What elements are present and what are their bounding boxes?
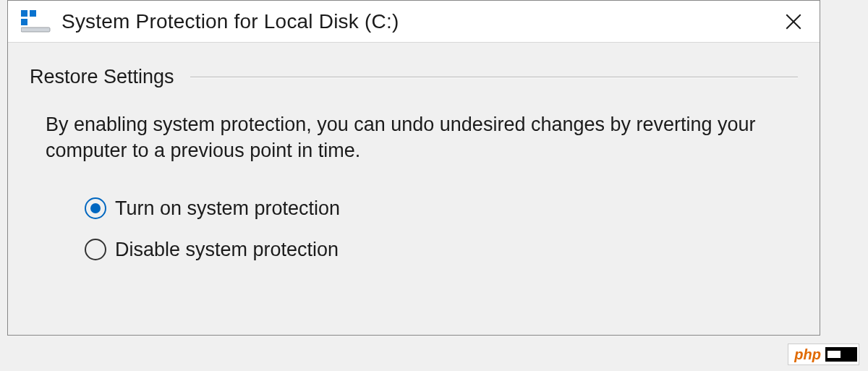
close-button[interactable] — [776, 4, 811, 39]
watermark-text: php — [790, 346, 825, 363]
system-protection-dialog: System Protection for Local Disk (C:) Re… — [7, 0, 820, 336]
radio-disable[interactable]: Disable system protection — [85, 239, 798, 261]
section-description: By enabling system protection, you can u… — [30, 111, 798, 164]
watermark-block-icon — [825, 347, 857, 362]
divider — [190, 77, 798, 78]
dialog-content: Restore Settings By enabling system prot… — [8, 43, 820, 261]
svg-rect-1 — [30, 10, 36, 17]
svg-rect-3 — [21, 27, 50, 32]
dialog-title: System Protection for Local Disk (C:) — [61, 10, 776, 33]
protection-radio-group: Turn on system protection Disable system… — [30, 197, 798, 261]
svg-rect-2 — [21, 19, 27, 25]
watermark-badge: php — [788, 344, 859, 365]
radio-turn-on[interactable]: Turn on system protection — [85, 197, 798, 220]
drive-icon — [21, 10, 51, 33]
radio-label: Disable system protection — [115, 239, 339, 261]
close-icon — [784, 12, 803, 31]
radio-label: Turn on system protection — [115, 197, 340, 220]
section-title: Restore Settings — [30, 66, 190, 88]
titlebar: System Protection for Local Disk (C:) — [8, 1, 820, 43]
svg-rect-0 — [21, 10, 27, 17]
section-header: Restore Settings — [30, 66, 798, 88]
radio-indicator-icon — [85, 197, 106, 219]
radio-indicator-icon — [85, 239, 106, 260]
